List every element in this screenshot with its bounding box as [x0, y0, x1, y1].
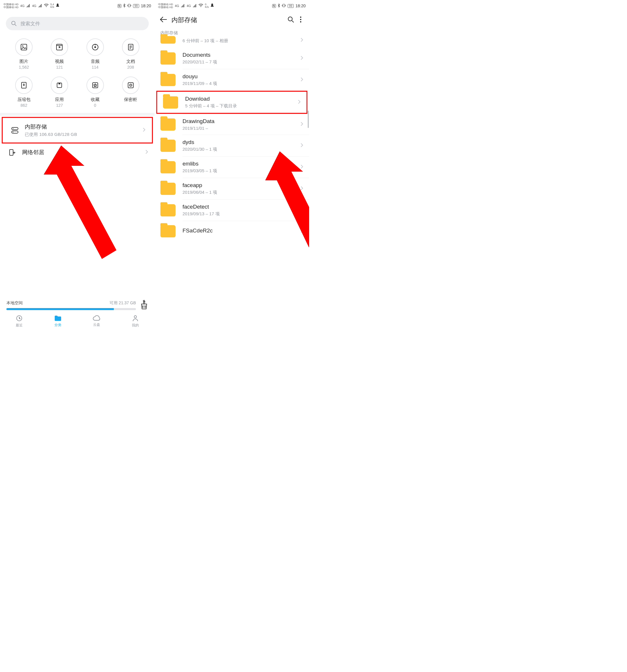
folder-name: faceDetect — [183, 203, 300, 210]
breadcrumb[interactable]: 内部存储 — [155, 27, 309, 37]
chevron-right-icon — [300, 208, 303, 213]
tab-mine[interactable]: 我的 — [116, 311, 155, 332]
back-button[interactable] — [159, 15, 169, 26]
internal-storage-row[interactable]: 内部存储 已使用 106.63 GB/128 GB — [2, 117, 153, 143]
phone-right: 中国移动 HD 中国移动 HD 4G 4G 0 K/s N 99 18:20 内 — [155, 0, 309, 332]
folder-row-FSaCdeR2c[interactable]: FSaCdeR2c — [155, 221, 309, 241]
cleanup-button[interactable] — [140, 299, 148, 311]
svg-rect-0 — [129, 4, 130, 7]
clock: 18:20 — [141, 3, 151, 8]
folder-meta: 2019/06/04 – 1 项 — [183, 190, 300, 195]
category-label: 音频 — [91, 59, 99, 64]
category-icon — [122, 39, 139, 56]
hd-badge: HD — [169, 3, 173, 6]
chevron-right-icon — [300, 143, 303, 149]
folder-name: douyu — [183, 73, 300, 80]
category-压缩包[interactable]: 压缩包862 — [7, 76, 40, 107]
clock: 18:20 — [296, 3, 306, 8]
search-input[interactable]: 搜索文件 — [6, 17, 149, 30]
chevron-right-icon — [300, 122, 303, 127]
chevron-right-icon — [300, 55, 303, 62]
svg-rect-23 — [283, 4, 285, 7]
tab-cloud[interactable]: 云盘 — [77, 311, 116, 332]
chevron-right-icon — [300, 38, 303, 43]
chevron-right-icon — [300, 186, 303, 192]
folder-icon — [160, 204, 176, 216]
folder-icon — [160, 161, 176, 173]
network-neighbourhood-row[interactable]: 网络邻居 — [0, 143, 155, 162]
vibrate-icon — [282, 4, 286, 8]
chevron-right-icon — [300, 164, 303, 170]
category-count: 208 — [127, 65, 134, 70]
folder-list: 6 分钟前 – 10 项 – 相册Documents2020/02/11 – 7… — [155, 37, 309, 241]
category-icon — [51, 76, 68, 94]
wifi-icon — [199, 4, 203, 8]
category-icon — [87, 39, 104, 56]
available-space-label: 可用 21.37 GB — [110, 301, 136, 306]
folder-icon — [160, 52, 176, 65]
folder-row-douyu[interactable]: douyu2019/11/09 – 4 项 — [155, 69, 309, 91]
svg-rect-15 — [11, 127, 18, 130]
carrier-label-2: 中国移动 — [3, 6, 14, 9]
internal-storage-title: 内部存储 — [25, 123, 143, 130]
wifi-icon — [44, 4, 49, 8]
category-视频[interactable]: 视频121 — [43, 39, 76, 70]
signal-icon-2 — [193, 4, 197, 8]
notification-icon — [56, 3, 60, 8]
folder-row-faceDetect[interactable]: faceDetect2019/09/13 – 17 项 — [155, 199, 309, 221]
folder-meta: 5 分钟前 – 4 项 – 下载目录 — [185, 103, 298, 109]
category-count: 121 — [56, 65, 63, 70]
folder-icon — [160, 140, 176, 152]
folder-row-item[interactable]: 6 分钟前 – 10 项 – 相册 — [155, 37, 309, 48]
storage-icon — [9, 126, 21, 134]
folder-icon — [160, 74, 176, 86]
tab-recent[interactable]: 最近 — [0, 311, 39, 332]
category-文档[interactable]: 文档208 — [114, 39, 147, 70]
folder-row-DrawingData[interactable]: DrawingData2019/11/01 – — [155, 114, 309, 135]
category-收藏[interactable]: 收藏0 — [79, 76, 112, 107]
folder-row-faceapp[interactable]: faceapp2019/06/04 – 1 项 — [155, 178, 309, 199]
folder-name: FSaCdeR2c — [183, 227, 300, 234]
chevron-right-icon — [300, 77, 303, 83]
hd-badge: HD — [15, 3, 19, 6]
network-label: 4G — [20, 4, 25, 7]
page-title: 内部存储 — [171, 16, 285, 24]
folder-meta: 2019/11/01 – — [183, 126, 300, 130]
search-placeholder: 搜索文件 — [20, 20, 40, 27]
scroll-indicator[interactable] — [308, 111, 309, 128]
category-应用[interactable]: 应用127 — [43, 76, 76, 107]
category-图片[interactable]: 图片1,562 — [7, 39, 40, 70]
tab-category[interactable]: 分类 — [39, 311, 77, 332]
category-保密柜[interactable]: 保密柜 — [114, 76, 147, 107]
internal-storage-sub: 已使用 106.63 GB/128 GB — [25, 132, 143, 137]
folder-name: dyds — [183, 139, 300, 145]
tab-cloud-label: 云盘 — [93, 322, 100, 327]
bottom-nav: 最近 分类 云盘 我的 — [0, 311, 155, 332]
more-button[interactable] — [297, 15, 304, 26]
folder-row-emlibs[interactable]: emlibs2019/03/05 – 1 项 — [155, 157, 309, 178]
svg-point-26 — [300, 19, 301, 20]
net-speed-unit: K/s — [205, 6, 209, 8]
folder-icon — [163, 96, 178, 109]
svg-marker-20 — [44, 145, 116, 259]
category-音频[interactable]: 音频114 — [79, 39, 112, 70]
folder-icon — [160, 183, 176, 195]
app-bar: 内部存储 — [155, 11, 309, 27]
folder-meta: 2020/02/11 – 7 项 — [183, 59, 300, 65]
folder-row-dyds[interactable]: dyds2020/01/30 – 1 项 — [155, 135, 309, 156]
local-space-label: 本地空间 — [6, 301, 23, 306]
folder-row-Documents[interactable]: Documents2020/02/11 – 7 项 — [155, 48, 309, 69]
chevron-right-icon — [143, 127, 145, 133]
svg-rect-19 — [9, 149, 13, 155]
folder-meta: 2019/09/13 – 17 项 — [183, 211, 300, 217]
search-button[interactable] — [285, 15, 297, 26]
hd-badge-2: HD — [15, 6, 19, 9]
folder-row-Download[interactable]: Download5 分钟前 – 4 项 – 下载目录 — [156, 91, 307, 114]
svg-point-1 — [11, 21, 15, 25]
category-icon — [122, 76, 139, 94]
hd-badge-2: HD — [169, 6, 173, 9]
category-icon — [87, 76, 104, 94]
svg-point-3 — [22, 45, 23, 47]
folder-meta: 2019/11/09 – 4 项 — [183, 81, 300, 87]
network-label: 4G — [175, 4, 179, 7]
